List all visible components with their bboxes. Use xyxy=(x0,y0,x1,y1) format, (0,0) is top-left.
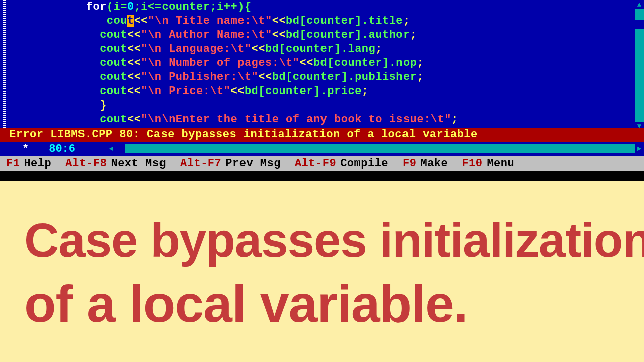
fnkey-label: Menu xyxy=(487,157,514,170)
frame-border-left xyxy=(3,0,6,146)
scroll-thumb[interactable] xyxy=(635,20,644,29)
scroll-left-icon[interactable]: ◄ xyxy=(107,144,116,153)
fnkey-label: Prev Msg xyxy=(225,157,281,170)
scroll-right-icon[interactable]: ► xyxy=(635,144,644,153)
fnkey-key: F1 xyxy=(6,157,20,170)
fnkey-label: Compile xyxy=(340,157,388,170)
function-key-bar: F1HelpAlt-F8Next MsgAlt-F7Prev MsgAlt-F9… xyxy=(0,156,644,171)
fnkey-alt-f9[interactable]: Alt-F9Compile xyxy=(295,157,388,170)
fnkey-key: Alt-F8 xyxy=(65,157,107,170)
fnkey-alt-f8[interactable]: Alt-F8Next Msg xyxy=(65,157,166,170)
hscroll-thumb[interactable] xyxy=(116,144,125,153)
caption-line-1: Case bypasses initialization xyxy=(24,215,624,266)
turbo-c-ide: ▲ ▼ for(i=0;i<=counter;i++){ cout<<"\n T… xyxy=(0,0,644,181)
fnkey-label: Next Msg xyxy=(111,157,166,170)
status-line: * 80:6 ◄ ► xyxy=(0,142,644,156)
vertical-scrollbar[interactable]: ▲ ▼ xyxy=(635,0,644,131)
fnkey-f9[interactable]: F9Make xyxy=(403,157,448,170)
fnkey-key: F9 xyxy=(403,157,416,170)
code-editor[interactable]: for(i=0;i<=counter;i++){ cout<<"\n Title… xyxy=(10,0,634,127)
caption-line-2: of a local variable. xyxy=(24,275,624,332)
fnkey-f1[interactable]: F1Help xyxy=(6,157,51,170)
fnkey-f10[interactable]: F10Menu xyxy=(462,157,514,170)
fnkey-label: Make xyxy=(420,157,448,170)
fnkey-label: Help xyxy=(24,157,51,170)
scroll-up-icon[interactable]: ▲ xyxy=(635,0,644,9)
modified-indicator: * xyxy=(20,143,31,155)
separator-strip xyxy=(0,171,644,181)
cursor-position: 80:6 xyxy=(45,143,79,155)
fnkey-key: Alt-F7 xyxy=(180,157,221,170)
fnkey-alt-f7[interactable]: Alt-F7Prev Msg xyxy=(180,157,281,170)
fnkey-key: F10 xyxy=(462,157,482,170)
compiler-error-message: Error LIBMS.CPP 80: Case bypasses initia… xyxy=(0,128,644,142)
fnkey-key: Alt-F9 xyxy=(295,157,336,170)
horizontal-scrollbar[interactable]: ◄ ► xyxy=(107,144,644,153)
caption-overlay: Case bypasses initialization of a local … xyxy=(0,181,644,362)
